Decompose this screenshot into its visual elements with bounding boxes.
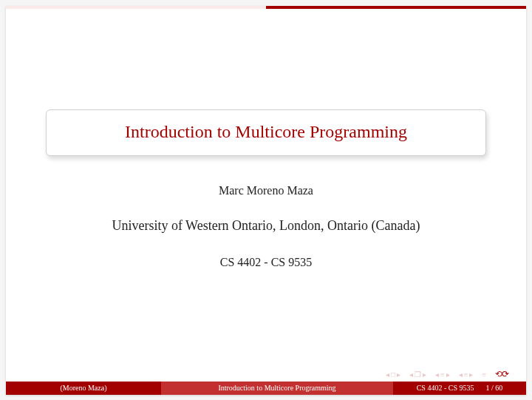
chevron-right-icon: ▸ [397, 370, 400, 379]
footer-page: 1 / 60 [483, 384, 503, 392]
frame-icon: ❐ [415, 370, 421, 379]
chevron-right-icon: ▸ [446, 370, 450, 379]
presentation-icon[interactable]: ≡ [482, 370, 486, 379]
chevron-left-icon: ◂ [459, 370, 463, 379]
chevron-left-icon: ◂ [409, 370, 413, 379]
footer-right: CS 4402 - CS 9535 1 / 60 [393, 382, 526, 395]
chevron-left-icon: ◂ [435, 370, 439, 379]
undo-redo-icon[interactable]: ⟲⟳ [495, 369, 508, 380]
title-block: Introduction to Multicore Programming [46, 109, 486, 156]
slide-footer: (Moreno Maza) Introduction to Multicore … [6, 382, 526, 395]
slide-content: Introduction to Multicore Programming Ma… [6, 6, 526, 269]
footer-course: CS 4402 - CS 9535 [417, 384, 474, 392]
section-lines-icon: ≡ [440, 370, 445, 379]
nav-slide-group[interactable]: ◂ □ ▸ [386, 370, 400, 379]
slide-icon: □ [391, 370, 395, 379]
nav-subsection-group[interactable]: ◂ ≡ ▸ [459, 370, 474, 379]
footer-title: Introduction to Multicore Programming [161, 382, 393, 395]
nav-section-group[interactable]: ◂ ≡ ▸ [435, 370, 450, 379]
course-codes: CS 4402 - CS 9535 [6, 256, 526, 269]
footer-author: (Moreno Maza) [6, 382, 161, 395]
chevron-right-icon: ▸ [423, 370, 426, 379]
subsection-lines-icon: ≡ [464, 370, 468, 379]
chevron-left-icon: ◂ [386, 370, 389, 379]
slide-title: Introduction to Multicore Programming [54, 122, 478, 142]
nav-frame-group[interactable]: ◂ ❐ ▸ [409, 370, 426, 379]
affiliation: University of Western Ontario, London, O… [6, 218, 526, 234]
chevron-right-icon: ▸ [469, 370, 473, 379]
author-name: Marc Moreno Maza [6, 184, 526, 197]
beamer-slide: Introduction to Multicore Programming Ma… [6, 6, 526, 395]
nav-symbols: ◂ □ ▸ ◂ ❐ ▸ ◂ ≡ ▸ ◂ ≡ ▸ ≡ ⟲⟳ [386, 369, 508, 380]
